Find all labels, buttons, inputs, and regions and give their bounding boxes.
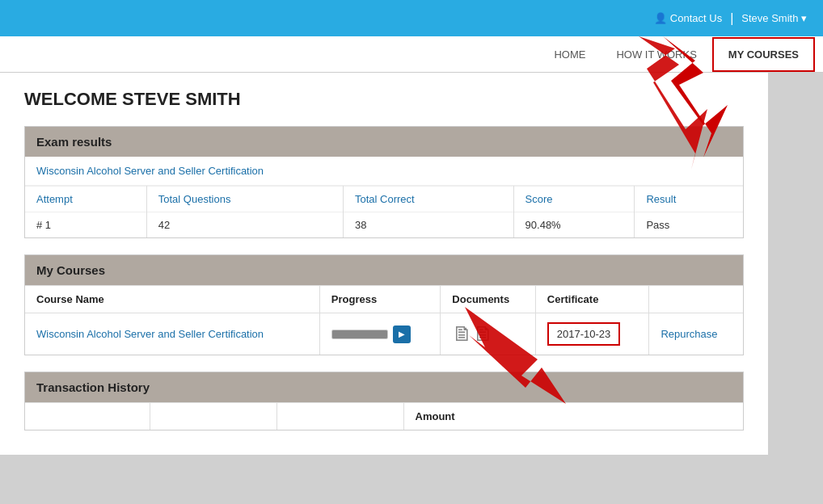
divider: | [730, 11, 733, 26]
col-progress: Progress [319, 286, 440, 313]
page-wrapper: 👤 Contact Us | Steve Smith ▾ HOME HOW IT… [0, 0, 823, 504]
col-certificate: Certificate [535, 286, 649, 313]
total-correct-value: 38 [343, 212, 513, 238]
exam-row: # 1 42 38 90.48% Pass [25, 212, 743, 238]
col-score: Score [513, 187, 635, 212]
progress-bar [331, 330, 388, 339]
exam-results-header: Exam results [25, 127, 743, 157]
courses-table: Course Name Progress Documents Certifica… [25, 285, 743, 355]
my-courses-header: My Courses [25, 255, 743, 285]
top-bar: 👤 Contact Us | Steve Smith ▾ [0, 0, 823, 36]
exam-course-link[interactable]: Wisconsin Alcohol Server and Seller Cert… [25, 157, 743, 186]
document-icon[interactable]: 🗎🗎 [452, 321, 494, 346]
documents-cell: 🗎🗎 [441, 313, 535, 355]
col-attempt: Attempt [25, 187, 146, 212]
trans-col-1 [25, 403, 150, 430]
transaction-history-section: Transaction History Amount [24, 372, 744, 430]
repurchase-cell: Repurchase [649, 313, 743, 355]
col-result: Result [635, 187, 743, 212]
progress-bar-container [331, 326, 428, 343]
exam-results-section: Exam results Wisconsin Alcohol Server an… [24, 126, 744, 238]
attempt-value: # 1 [25, 212, 146, 238]
user-menu[interactable]: Steve Smith ▾ [741, 12, 807, 24]
nav-my-courses[interactable]: MY COURSES [712, 37, 815, 72]
repurchase-link[interactable]: Repurchase [661, 328, 717, 340]
nav-how-it-works[interactable]: HOW IT WORKS [601, 38, 711, 71]
welcome-title: WELCOME STEVE SMITH [24, 89, 744, 110]
play-button[interactable] [393, 326, 411, 343]
col-total-questions: Total Questions [146, 187, 343, 212]
course-name-link[interactable]: Wisconsin Alcohol Server and Seller Cert… [36, 328, 264, 340]
progress-fill [332, 330, 387, 338]
transaction-table: Amount [25, 402, 743, 430]
total-questions-value: 42 [146, 212, 343, 238]
certificate-date: 2017-10-23 [547, 322, 621, 346]
result-value: Pass [635, 212, 743, 238]
course-name-cell: Wisconsin Alcohol Server and Seller Cert… [25, 313, 319, 355]
main-content: WELCOME STEVE SMITH Exam results Wiscons… [0, 73, 768, 455]
col-action [649, 286, 743, 313]
contact-us-link[interactable]: 👤 Contact Us [654, 12, 722, 24]
trans-col-3 [276, 403, 403, 430]
nav-bar: HOME HOW IT WORKS MY COURSES [0, 36, 823, 73]
certificate-cell: 2017-10-23 [535, 313, 649, 355]
exam-table: Attempt Total Questions Total Correct Sc… [25, 186, 743, 237]
user-icon: 👤 [654, 12, 667, 24]
col-total-correct: Total Correct [343, 187, 513, 212]
transaction-history-header: Transaction History [25, 372, 743, 402]
trans-col-amount: Amount [403, 403, 743, 430]
progress-cell [319, 313, 440, 355]
course-row: Wisconsin Alcohol Server and Seller Cert… [25, 313, 743, 355]
col-documents: Documents [441, 286, 535, 313]
score-value: 90.48% [513, 212, 635, 238]
col-course-name: Course Name [25, 286, 319, 313]
nav-home[interactable]: HOME [538, 38, 601, 71]
trans-col-2 [150, 403, 276, 430]
my-courses-section: My Courses Course Name Progress Document… [24, 254, 744, 355]
